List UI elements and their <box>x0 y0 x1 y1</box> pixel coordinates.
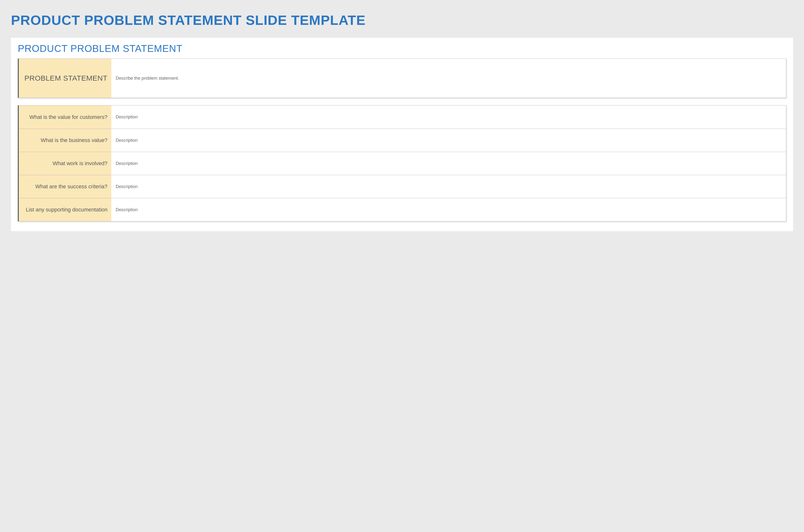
problem-statement-value[interactable]: Describe the problem statement. <box>111 59 786 98</box>
detail-row: What is the value for customers? Descrip… <box>19 106 786 129</box>
detail-row: What is the business value? Description <box>19 129 786 152</box>
detail-label-supporting-docs: List any supporting documentation <box>19 198 111 221</box>
problem-statement-label: PROBLEM STATEMENT <box>19 59 111 98</box>
detail-label-work-involved: What work is involved? <box>19 152 111 175</box>
detail-row: What are the success criteria? Descripti… <box>19 175 786 198</box>
detail-value-success-criteria[interactable]: Description <box>111 175 786 198</box>
detail-row: What work is involved? Description <box>19 152 786 175</box>
problem-statement-row: PROBLEM STATEMENT Describe the problem s… <box>19 59 786 98</box>
detail-label-success-criteria: What are the success criteria? <box>19 175 111 198</box>
slide: PRODUCT PROBLEM STATEMENT PROBLEM STATEM… <box>11 38 793 231</box>
detail-value-supporting-docs[interactable]: Description <box>111 198 786 221</box>
detail-row: List any supporting documentation Descri… <box>19 198 786 221</box>
detail-label-customer-value: What is the value for customers? <box>19 106 111 129</box>
detail-value-business-value[interactable]: Description <box>111 129 786 152</box>
page-title: PRODUCT PROBLEM STATEMENT SLIDE TEMPLATE <box>11 12 793 28</box>
detail-value-work-involved[interactable]: Description <box>111 152 786 175</box>
details-block: What is the value for customers? Descrip… <box>18 105 786 222</box>
detail-label-business-value: What is the business value? <box>19 129 111 152</box>
problem-statement-block: PROBLEM STATEMENT Describe the problem s… <box>18 58 786 98</box>
detail-value-customer-value[interactable]: Description <box>111 106 786 129</box>
slide-title: PRODUCT PROBLEM STATEMENT <box>18 43 786 54</box>
